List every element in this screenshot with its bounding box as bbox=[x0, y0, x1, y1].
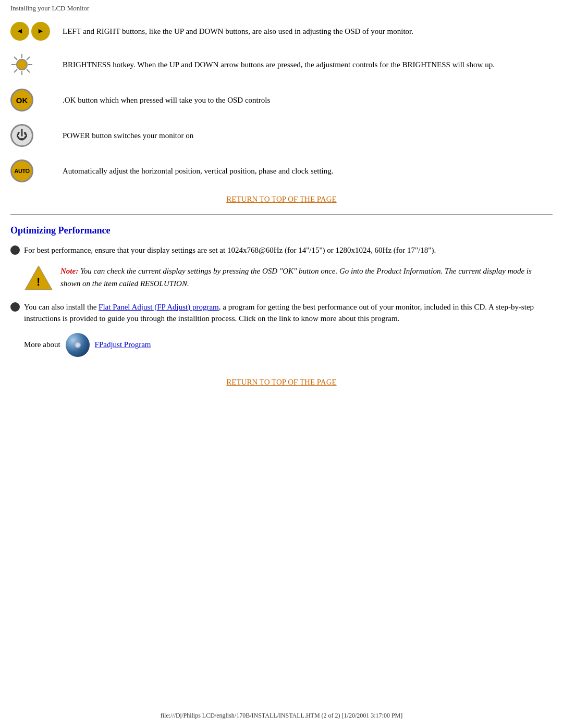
fpadjust-program-link[interactable]: FPadjust Program bbox=[95, 340, 151, 349]
right-arrow-icon: ► bbox=[31, 22, 50, 41]
note-box: ! Note: You can check the current displa… bbox=[24, 265, 553, 291]
bullet-dot-2 bbox=[10, 302, 20, 312]
bullet-text-1: For best performance, ensure that your d… bbox=[24, 244, 436, 256]
sun-svg-icon bbox=[10, 53, 33, 76]
ok-icon-cell: OK bbox=[10, 89, 57, 112]
auto-description: Automatically adjust the horizontal posi… bbox=[57, 165, 553, 177]
note-label: Note: bbox=[60, 267, 78, 275]
brightness-icon-cell bbox=[10, 53, 57, 76]
bullet-item-2: You can also install the Flat Panel Adju… bbox=[10, 301, 553, 325]
left-right-arrows-icon: ◄ ► bbox=[10, 22, 57, 41]
svg-line-4 bbox=[14, 57, 17, 60]
ok-description: .OK button which when pressed will take … bbox=[57, 94, 553, 106]
power-symbol: ⏻ bbox=[16, 130, 28, 141]
fp-adjust-link[interactable]: Flat Panel Adjust (FP Adjust) program bbox=[99, 303, 219, 311]
svg-line-5 bbox=[27, 69, 30, 72]
optimizing-performance-section: Optimizing Performance For best performa… bbox=[10, 225, 553, 357]
ok-button-icon: OK bbox=[10, 89, 33, 112]
note-body: You can check the current display settin… bbox=[60, 267, 532, 288]
brightness-description: BRIGHTNESS hotkey. When the UP and DOWN … bbox=[57, 59, 553, 71]
bullet-dot-1 bbox=[10, 245, 20, 255]
return-to-top-1-section: RETURN TO TOP OF THE PAGE bbox=[10, 195, 553, 204]
return-to-top-1-link[interactable]: RETURN TO TOP OF THE PAGE bbox=[226, 195, 336, 203]
return-to-top-2-link[interactable]: RETURN TO TOP OF THE PAGE bbox=[226, 378, 336, 386]
power-icon-cell: ⏻ bbox=[10, 124, 57, 147]
bullet2-prefix: You can also install the bbox=[24, 303, 99, 311]
auto-icon-cell: AUTO bbox=[10, 159, 57, 182]
icons-section: ◄ ► LEFT and RIGHT buttons, like the UP … bbox=[10, 22, 553, 182]
icon-row-brightness: BRIGHTNESS hotkey. When the UP and DOWN … bbox=[10, 53, 553, 76]
page-breadcrumb: Installing your LCD Monitor bbox=[0, 0, 563, 17]
cd-disk-icon bbox=[66, 333, 90, 357]
return-to-top-2-section: RETURN TO TOP OF THE PAGE bbox=[10, 378, 553, 387]
icon-row-left-right: ◄ ► LEFT and RIGHT buttons, like the UP … bbox=[10, 22, 553, 41]
warning-triangle-icon: ! bbox=[24, 265, 53, 291]
section-divider bbox=[10, 214, 553, 215]
bullet-text-2: You can also install the Flat Panel Adju… bbox=[24, 301, 553, 325]
svg-text:!: ! bbox=[36, 275, 40, 288]
left-arrow-icon: ◄ bbox=[10, 22, 29, 41]
cd-center-hole bbox=[75, 342, 81, 348]
more-about-label: More about bbox=[24, 340, 60, 349]
auto-button-icon: AUTO bbox=[10, 159, 33, 182]
icon-row-auto: AUTO Automatically adjust the horizontal… bbox=[10, 159, 553, 182]
icon-row-power: ⏻ POWER button switches your monitor on bbox=[10, 124, 553, 147]
sun-brightness-icon bbox=[10, 53, 33, 76]
more-about-row: More about FPadjust Program bbox=[24, 333, 553, 357]
main-content: ◄ ► LEFT and RIGHT buttons, like the UP … bbox=[0, 17, 563, 428]
power-button-icon: ⏻ bbox=[10, 124, 33, 147]
note-text: Note: You can check the current display … bbox=[60, 265, 553, 290]
page-footer: file:///D|/Philips LCD/english/170B/INST… bbox=[0, 709, 563, 723]
bullet-item-1: For best performance, ensure that your d… bbox=[10, 244, 553, 256]
svg-line-7 bbox=[14, 69, 17, 72]
optimizing-title: Optimizing Performance bbox=[10, 225, 553, 236]
left-right-description: LEFT and RIGHT buttons, like the UP and … bbox=[57, 26, 553, 38]
icon-row-ok: OK .OK button which when pressed will ta… bbox=[10, 89, 553, 112]
nav-arrows-group: ◄ ► bbox=[10, 22, 50, 41]
warning-svg: ! bbox=[24, 265, 53, 291]
power-description: POWER button switches your monitor on bbox=[57, 130, 553, 142]
svg-line-6 bbox=[27, 57, 30, 60]
svg-point-8 bbox=[17, 59, 27, 70]
